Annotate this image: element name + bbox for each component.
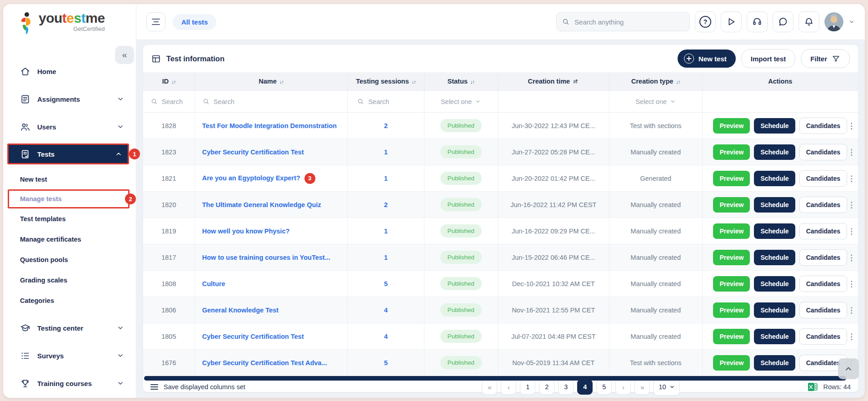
column-header-name[interactable]: Name↓↑ [195,72,348,91]
test-name-link[interactable]: Culture [202,280,225,287]
column-header-creation-time[interactable]: Creation time [498,72,609,91]
test-name-link[interactable]: Are you an Egyptology Expert? [202,174,300,181]
sidebar-item-grading-scales[interactable]: Grading scales [3,270,136,290]
preview-button[interactable]: Preview [713,197,750,213]
sidebar-item-home[interactable]: Home [3,60,136,82]
test-name-link[interactable]: General Knowledge Test [202,307,279,314]
support-button[interactable] [747,11,768,32]
test-name-link[interactable]: How to use training courses in YouTest..… [202,254,330,261]
sidebar-item-tests[interactable]: Tests [7,144,129,164]
page-button-5[interactable]: 5 [596,379,612,395]
schedule-button[interactable]: Schedule [754,250,795,265]
sessions-count-link[interactable]: 2 [384,122,388,129]
candidates-button[interactable]: Candidates [799,197,847,213]
sidebar-item-manage-certificates[interactable]: Manage certificates [3,229,136,249]
page-button-3[interactable]: 3 [558,379,574,395]
import-test-button[interactable]: Import test [741,49,796,68]
candidates-button[interactable]: Candidates [799,276,847,292]
sessions-count-link[interactable]: 1 [384,175,388,182]
new-test-button[interactable]: New test [678,50,736,68]
schedule-button[interactable]: Schedule [754,329,795,344]
filter-sessions-input[interactable] [367,98,414,106]
test-name-link[interactable]: Cyber Security Certification Test [202,333,304,340]
preview-button[interactable]: Preview [713,171,750,186]
test-name-link[interactable]: Test For Moodle Integration Demonstratio… [202,122,337,129]
column-header-status[interactable]: Status↓↑ [424,72,498,91]
sidebar-item-test-templates[interactable]: Test templates [3,208,136,229]
more-actions-icon[interactable]: ⋮ [848,201,855,208]
scrollbar-thumb[interactable] [144,376,846,381]
next-page-button[interactable]: › [615,379,631,395]
sidebar-item-question-pools[interactable]: Question pools [3,249,136,270]
more-actions-icon[interactable]: ⋮ [848,253,855,261]
schedule-button[interactable]: Schedule [754,118,795,134]
sidebar-collapse-button[interactable]: « [115,46,134,64]
more-actions-icon[interactable]: ⋮ [848,332,855,340]
sessions-count-link[interactable]: 4 [384,307,388,314]
sessions-count-link[interactable]: 5 [384,280,388,287]
sessions-count-link[interactable]: 1 [384,149,388,156]
schedule-button[interactable]: Schedule [754,276,795,292]
more-actions-icon[interactable]: ⋮ [848,227,855,235]
sessions-count-link[interactable]: 4 [384,333,388,340]
messages-button[interactable] [773,11,793,32]
sidebar-item-assignments[interactable]: Assignments [3,88,136,110]
candidates-button[interactable]: Candidates [799,170,847,187]
preview-button[interactable]: Preview [713,250,750,265]
sidebar-item-new-test[interactable]: New test [3,169,136,189]
preview-button[interactable]: Preview [713,118,750,134]
sidebar-item-surveys[interactable]: Surveys [3,345,136,366]
rows-per-page-select[interactable]: 10 [653,378,679,396]
column-header-creation-type[interactable]: Creation type↓↑ [609,72,702,91]
sessions-count-link[interactable]: 1 [384,228,388,235]
candidates-button[interactable]: Candidates [799,302,847,318]
sidebar-item-users[interactable]: Users [3,116,136,138]
preview-button[interactable]: Preview [713,144,750,160]
more-actions-icon[interactable]: ⋮ [848,280,855,287]
preview-button[interactable]: Preview [713,302,750,318]
sessions-count-link[interactable]: 5 [384,359,388,366]
filter-type-select[interactable]: Select one [636,98,676,105]
preview-button[interactable]: Preview [713,276,750,292]
filter-id-input[interactable] [161,98,193,106]
prev-page-button[interactable]: ‹ [501,379,516,395]
first-page-button[interactable]: « [482,379,497,395]
schedule-button[interactable]: Schedule [754,171,795,186]
tab-all-tests[interactable]: All tests [173,14,216,30]
preview-button[interactable]: Preview [713,355,750,371]
sessions-count-link[interactable]: 2 [384,201,388,208]
sidebar-item-training-courses[interactable]: Training courses [3,372,136,394]
schedule-button[interactable]: Schedule [754,144,795,160]
preview-button[interactable]: Preview [713,329,750,344]
candidates-button[interactable]: Candidates [799,223,847,239]
test-name-link[interactable]: How well you know Physic? [202,228,290,235]
help-button[interactable]: ? [695,11,716,32]
page-button-2[interactable]: 2 [539,379,554,395]
avatar[interactable] [824,12,843,31]
sidebar-item-testing-center[interactable]: Testing center [3,317,136,339]
filter-name-input[interactable] [213,98,315,106]
column-header-id[interactable]: ID↓↑ [143,72,195,91]
candidates-button[interactable]: Candidates [799,144,847,160]
candidates-button[interactable]: Candidates [799,328,847,345]
column-header-testing-sessions[interactable]: Testing sessions↓↑ [348,72,424,91]
filter-status-select[interactable]: Select one [441,98,481,105]
candidates-button[interactable]: Candidates [799,118,847,134]
more-actions-icon[interactable]: ⋮ [848,122,855,129]
excel-export-icon[interactable] [807,381,818,392]
schedule-button[interactable]: Schedule [754,223,795,239]
save-columns-button[interactable]: Save displayed columns set [150,383,245,391]
test-name-link[interactable]: Cyber Security Certification Test [202,149,304,156]
schedule-button[interactable]: Schedule [754,197,795,213]
sidebar-item-manage-tests[interactable]: Manage tests [8,189,130,208]
preview-button[interactable]: Preview [713,223,750,239]
more-actions-icon[interactable]: ⋮ [848,306,855,314]
page-button-4-active[interactable]: 4 [577,379,593,395]
chevron-down-icon[interactable] [848,19,855,25]
notifications-button[interactable] [798,11,819,32]
menu-toggle-button[interactable] [146,12,165,31]
more-actions-icon[interactable]: ⋮ [848,148,855,156]
sessions-count-link[interactable]: 1 [384,254,388,261]
filter-button[interactable]: Filter [801,49,850,68]
schedule-button[interactable]: Schedule [754,355,795,371]
